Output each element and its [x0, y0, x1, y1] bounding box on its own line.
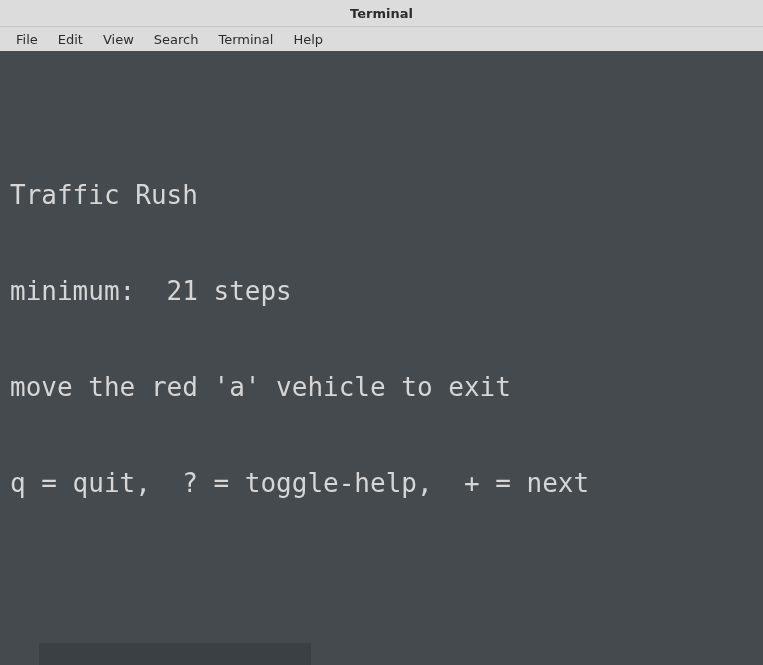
- game-board: #########d e ##d e ##daae # bfff## b c##…: [39, 643, 311, 665]
- game-minimum: minimum: 21 steps: [10, 275, 753, 307]
- menu-file[interactable]: File: [6, 30, 48, 49]
- menu-terminal[interactable]: Terminal: [208, 30, 283, 49]
- window-titlebar: Terminal: [0, 0, 763, 26]
- menu-view[interactable]: View: [93, 30, 144, 49]
- game-title: Traffic Rush: [10, 179, 753, 211]
- window-title: Terminal: [350, 6, 413, 21]
- game-controls: q = quit, ? = toggle-help, + = next: [10, 467, 753, 499]
- menubar: File Edit View Search Terminal Help: [0, 26, 763, 51]
- terminal-area[interactable]: Traffic Rush minimum: 21 steps move the …: [0, 51, 763, 665]
- game-goal: move the red 'a' vehicle to exit: [10, 371, 753, 403]
- menu-help[interactable]: Help: [283, 30, 333, 49]
- menu-edit[interactable]: Edit: [48, 30, 93, 49]
- menu-search[interactable]: Search: [144, 30, 209, 49]
